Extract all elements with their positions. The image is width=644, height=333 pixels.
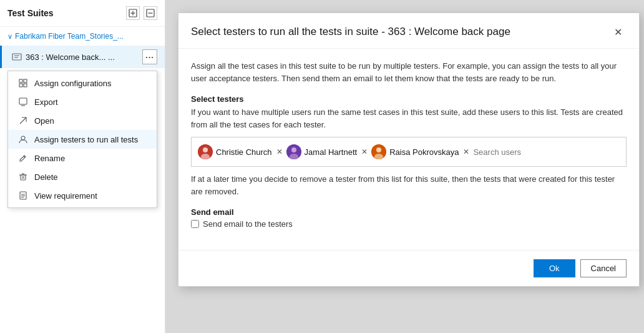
tester-remove-jamal[interactable]: ✕ <box>361 147 368 156</box>
menu-item-export[interactable]: Export <box>8 92 157 111</box>
dialog-footer: Ok Cancel <box>178 250 639 286</box>
sidebar-team-label[interactable]: Fabrikam Fiber Team_Stories_... <box>0 27 165 46</box>
assign-testers-icon <box>18 134 28 144</box>
svg-point-27 <box>203 147 208 152</box>
add-suite-icon[interactable] <box>126 6 140 20</box>
select-testers-desc: If you want to have multiple users run t… <box>191 106 627 131</box>
context-menu: Assign configurations Export Open <box>7 71 157 208</box>
menu-item-delete[interactable]: Delete <box>8 167 157 186</box>
select-testers-label: Select testers <box>191 94 627 104</box>
svg-line-14 <box>20 117 26 124</box>
export-icon <box>18 97 28 107</box>
menu-item-open[interactable]: Open <box>8 111 157 130</box>
sidebar: Test Suites Fabrikam Fiber Team_Stories_… <box>0 0 165 333</box>
search-users-input[interactable] <box>473 147 578 157</box>
send-email-checkbox-text: Send email to the testers <box>203 219 293 229</box>
tester-name-raisa: Raisa Pokrovskaya <box>389 147 459 157</box>
menu-item-view-req-label: View requirement <box>34 191 97 201</box>
tester-name-christie: Christie Church <box>216 147 272 157</box>
svg-rect-8 <box>19 79 22 82</box>
dialog-close-button[interactable]: ✕ <box>609 23 627 41</box>
svg-rect-5 <box>12 54 21 60</box>
send-email-label: Send email <box>191 207 627 217</box>
rename-icon <box>18 153 28 163</box>
main-area: Select testers to run all the tests in s… <box>165 0 644 333</box>
testers-input-box[interactable]: Christie Church ✕ Jamal Hartnett ✕ <box>191 137 627 167</box>
send-email-checkbox-row: Send email to the testers <box>191 219 627 229</box>
menu-item-assign-config-label: Assign configurations <box>34 79 112 88</box>
svg-point-15 <box>21 136 25 140</box>
menu-item-delete-label: Delete <box>34 172 58 182</box>
sidebar-header: Test Suites <box>0 0 165 27</box>
dialog: Select testers to run all the tests in s… <box>178 12 640 287</box>
avatar-raisa <box>371 144 386 159</box>
tester-name-jamal: Jamal Hartnett <box>305 147 358 157</box>
ok-button[interactable]: Ok <box>534 259 575 277</box>
tester-remove-christie[interactable]: ✕ <box>276 147 283 156</box>
delete-icon <box>18 172 28 182</box>
svg-rect-10 <box>19 84 22 87</box>
menu-item-assign-testers-label: Assign testers to run all tests <box>34 135 138 144</box>
open-icon <box>18 116 28 126</box>
menu-item-open-label: Open <box>34 116 54 126</box>
menu-item-assign-testers[interactable]: Assign testers to run all tests <box>8 130 157 149</box>
remove-suite-icon[interactable] <box>144 6 157 20</box>
svg-rect-11 <box>24 84 27 87</box>
dialog-titlebar: Select testers to run all the tests in s… <box>178 13 639 49</box>
menu-item-rename-label: Rename <box>34 154 65 163</box>
svg-rect-17 <box>21 175 26 180</box>
cancel-button[interactable]: Cancel <box>580 259 627 277</box>
suite-icon <box>12 52 22 62</box>
suite-item-more-button[interactable]: ··· <box>142 49 157 64</box>
menu-item-rename[interactable]: Rename <box>8 149 157 167</box>
avatar-jamal <box>286 144 301 159</box>
suite-item-label: 363 : Welcome back... ... <box>26 52 142 62</box>
svg-rect-9 <box>24 79 27 82</box>
svg-point-33 <box>376 147 381 152</box>
ellipsis-icon: ··· <box>145 52 154 62</box>
avatar-christie <box>198 144 213 159</box>
tester-remove-raisa[interactable]: ✕ <box>463 147 469 156</box>
tester-tag-raisa: Raisa Pokrovskaya ✕ <box>371 144 469 159</box>
dialog-body: Assign all the test cases in this test s… <box>178 49 639 250</box>
sidebar-title: Test Suites <box>7 8 54 18</box>
svg-rect-12 <box>19 98 27 104</box>
send-email-section: Send email Send email to the testers <box>191 207 627 229</box>
menu-item-assign-config[interactable]: Assign configurations <box>8 74 157 92</box>
menu-item-view-req[interactable]: View requirement <box>8 186 157 205</box>
tester-tag-jamal: Jamal Hartnett ✕ <box>286 144 368 159</box>
assign-config-icon <box>18 78 28 88</box>
sidebar-header-icons <box>126 6 157 20</box>
removal-note: If at a later time you decide to remove … <box>191 173 627 197</box>
menu-item-export-label: Export <box>34 97 58 107</box>
dialog-title: Select testers to run all the tests in s… <box>191 26 510 38</box>
tester-tag-christie: Christie Church ✕ <box>198 144 283 159</box>
dialog-description: Assign all the test cases in this test s… <box>191 60 627 84</box>
suite-item[interactable]: 363 : Welcome back... ... ··· <box>0 46 165 68</box>
view-req-icon <box>18 191 28 201</box>
send-email-checkbox[interactable] <box>191 220 199 228</box>
svg-point-30 <box>291 147 296 152</box>
